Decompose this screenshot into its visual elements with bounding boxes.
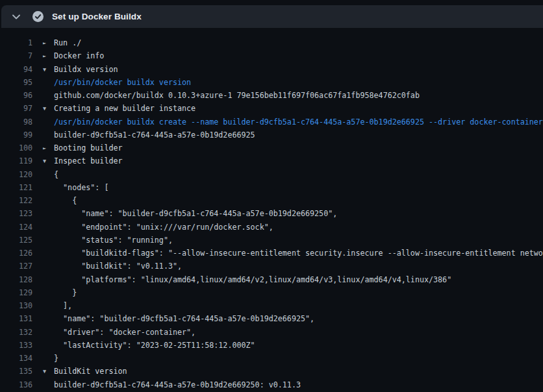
group-toggle-icon <box>32 207 52 220</box>
line-number[interactable]: 130 <box>0 299 32 312</box>
log-text[interactable]: Booting builder <box>52 141 543 154</box>
group-toggle-icon <box>32 339 52 352</box>
log-line: 100 ► Booting builder <box>0 141 543 154</box>
group-toggle-icon[interactable]: ► <box>32 141 52 154</box>
group-toggle-icon <box>32 312 52 325</box>
line-number[interactable]: 120 <box>0 168 32 181</box>
log-line: 124 "endpoint": "unix:///var/run/docker.… <box>0 221 543 234</box>
log-line: 127 "buildkit": "v0.11.3", <box>0 260 543 273</box>
group-toggle-icon <box>32 326 52 339</box>
line-number[interactable]: 99 <box>0 129 32 141</box>
line-number[interactable]: 100 <box>0 141 32 154</box>
log-text: "nodes": [ <box>52 181 543 194</box>
log-text[interactable]: Docker info <box>52 49 543 62</box>
log-line: 123 "name": "builder-d9cfb5a1-c764-445a-… <box>0 207 543 220</box>
log-line: 136 builder-d9cfb5a1-c764-445a-a57e-0b19… <box>0 378 543 391</box>
step-header[interactable]: Set up Docker Buildx <box>1 5 543 28</box>
group-toggle-icon <box>32 273 52 286</box>
log-lines: 1 ► Run ./ 7 ► Docker info 94 ▼ Buildx v… <box>0 28 543 392</box>
step-title: Set up Docker Buildx <box>52 12 142 21</box>
log-text: "status": "running", <box>52 234 543 247</box>
log-text: /usr/bin/docker buildx version <box>52 76 543 89</box>
group-toggle-icon <box>32 247 52 260</box>
line-number[interactable]: 134 <box>0 352 32 365</box>
line-number[interactable]: 129 <box>0 286 32 299</box>
log-line: 7 ► Docker info <box>0 49 543 62</box>
log-text: builder-d9cfb5a1-c764-445a-a57e-0b19d2e6… <box>52 129 543 141</box>
group-toggle-icon <box>32 194 52 207</box>
log-text: ], <box>52 299 543 312</box>
line-number[interactable]: 121 <box>0 181 32 194</box>
log-text[interactable]: Inspect builder <box>52 154 543 167</box>
log-text: "driver": "docker-container", <box>52 326 543 339</box>
line-number[interactable]: 95 <box>0 76 32 89</box>
line-number[interactable]: 96 <box>0 89 32 102</box>
log-text: "endpoint": "unix:///var/run/docker.sock… <box>52 221 543 234</box>
group-toggle-icon[interactable]: ▼ <box>32 63 52 76</box>
log-text: } <box>52 352 543 365</box>
group-toggle-icon <box>32 234 52 247</box>
log-line: 99 builder-d9cfb5a1-c764-445a-a57e-0b19d… <box>0 129 543 141</box>
line-number[interactable]: 136 <box>0 378 32 391</box>
group-toggle-icon[interactable]: ▼ <box>32 154 52 167</box>
log-line: 135 ▼ BuildKit version <box>0 365 543 378</box>
line-number[interactable]: 119 <box>0 154 32 167</box>
line-number[interactable]: 94 <box>0 63 32 76</box>
group-toggle-icon <box>32 168 52 181</box>
group-toggle-icon <box>32 352 52 365</box>
log-text: "lastActivity": "2023-02-25T11:58:12.000… <box>52 339 543 352</box>
group-toggle-icon <box>32 129 52 141</box>
log-line: 119 ▼ Inspect builder <box>0 154 543 167</box>
log-line: 1 ► Run ./ <box>0 36 543 49</box>
log-text: "name": "builder-d9cfb5a1-c764-445a-a57e… <box>52 207 543 220</box>
log-text: "buildkit": "v0.11.3", <box>52 260 543 273</box>
group-toggle-icon[interactable]: ► <box>32 49 52 62</box>
log-text: builder-d9cfb5a1-c764-445a-a57e-0b19d2e6… <box>52 378 543 391</box>
log-line: 132 "driver": "docker-container", <box>0 326 543 339</box>
log-line: 125 "status": "running", <box>0 234 543 247</box>
line-number[interactable]: 127 <box>0 260 32 273</box>
line-number[interactable]: 126 <box>0 247 32 260</box>
group-toggle-icon <box>32 378 52 391</box>
log-text[interactable]: BuildKit version <box>52 365 543 378</box>
group-toggle-icon[interactable]: ► <box>32 36 52 49</box>
group-toggle-icon <box>32 299 52 312</box>
line-number[interactable]: 132 <box>0 326 32 339</box>
log-text[interactable]: Run ./ <box>52 36 543 49</box>
line-number[interactable]: 1 <box>0 36 32 49</box>
log-text[interactable]: Creating a new builder instance <box>52 102 543 115</box>
line-number[interactable]: 131 <box>0 312 32 325</box>
line-number[interactable]: 125 <box>0 234 32 247</box>
chevron-down-icon[interactable] <box>12 12 21 21</box>
line-number[interactable]: 97 <box>0 102 32 115</box>
line-number[interactable]: 124 <box>0 221 32 234</box>
line-number[interactable]: 135 <box>0 365 32 378</box>
log-text[interactable]: Buildx version <box>52 63 543 76</box>
log-text: /usr/bin/docker buildx create --name bui… <box>52 116 543 129</box>
line-number[interactable]: 133 <box>0 339 32 352</box>
log-line: 128 "platforms": "linux/amd64,linux/amd6… <box>0 273 543 286</box>
line-number[interactable]: 122 <box>0 194 32 207</box>
group-toggle-icon[interactable]: ▼ <box>32 365 52 378</box>
log-line: 122 { <box>0 194 543 207</box>
log-line: 98 /usr/bin/docker buildx create --name … <box>0 116 543 129</box>
line-number[interactable]: 128 <box>0 273 32 286</box>
group-toggle-icon <box>32 76 52 89</box>
log-line: 97 ▼ Creating a new builder instance <box>0 102 543 115</box>
log-text: { <box>52 194 543 207</box>
log-line: 126 "buildkitd-flags": "--allow-insecure… <box>0 247 543 260</box>
log-line: 129 } <box>0 286 543 299</box>
line-number[interactable]: 7 <box>0 49 32 62</box>
log-line: 133 "lastActivity": "2023-02-25T11:58:12… <box>0 339 543 352</box>
log-line: 95 /usr/bin/docker buildx version <box>0 76 543 89</box>
log-text: "platforms": "linux/amd64,linux/amd64/v2… <box>52 273 543 286</box>
line-number[interactable]: 123 <box>0 207 32 220</box>
group-toggle-icon <box>32 260 52 273</box>
log-line: 134 } <box>0 352 543 365</box>
log-line: 94 ▼ Buildx version <box>0 63 543 76</box>
group-toggle-icon <box>32 89 52 102</box>
log-line: 130 ], <box>0 299 543 312</box>
group-toggle-icon[interactable]: ▼ <box>32 102 52 115</box>
line-number[interactable]: 98 <box>0 116 32 129</box>
group-toggle-icon <box>32 286 52 299</box>
